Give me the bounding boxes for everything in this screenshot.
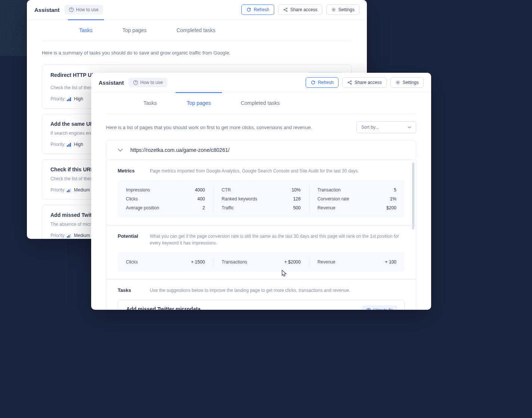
svg-point-21: [350, 81, 352, 82]
summary-text: Here is a list of pages that you should …: [106, 125, 312, 130]
signal-icon: [67, 234, 71, 238]
svg-point-4: [286, 10, 287, 12]
svg-rect-7: [67, 100, 68, 101]
svg-point-5: [333, 9, 334, 10]
metrics-section: Metrics Page metrics imported from Googl…: [106, 160, 416, 225]
svg-point-20: [348, 82, 349, 83]
tab-tasks[interactable]: Tasks: [79, 20, 93, 41]
svg-rect-18: [70, 234, 71, 238]
svg-rect-13: [67, 191, 68, 192]
potential-section: Potential What you can get if the page c…: [106, 225, 416, 280]
tab-completed[interactable]: Completed tasks: [241, 93, 279, 113]
tabs: Tasks Top pages Completed tasks: [106, 93, 416, 114]
potential-box: Clicks+ 1500 Transactions+ $2000 Revenue…: [118, 252, 405, 272]
svg-rect-10: [67, 145, 68, 147]
how-to-use-button[interactable]: How to use: [129, 78, 167, 87]
signal-icon: [67, 143, 71, 147]
tab-top-pages[interactable]: Top pages: [123, 20, 147, 41]
svg-rect-9: [70, 97, 71, 101]
svg-point-2: [284, 9, 285, 10]
svg-point-3: [286, 8, 287, 9]
how-to-fix-button[interactable]: How to fix: [362, 305, 398, 310]
share-icon: [347, 80, 352, 85]
header: Assistant How to use Refresh Share acces…: [27, 0, 367, 20]
app-title: Assistant: [99, 79, 124, 86]
svg-point-22: [350, 83, 352, 84]
summary-text: Here is a summary of tasks you should do…: [42, 50, 352, 56]
task-card[interactable]: How to fix Ignore Add missed Twitter mic…: [118, 300, 405, 310]
top-pages-body: Here is a list of pages that you should …: [91, 114, 431, 310]
potential-desc: What you can get if the page conversion …: [150, 233, 405, 246]
svg-rect-15: [70, 188, 71, 192]
page-url-row[interactable]: https://rozetka.com.ua/game-zone/c80261/: [106, 140, 416, 160]
tasks-section: Tasks Use the suggestions below to impro…: [106, 280, 416, 310]
tab-top-pages[interactable]: Top pages: [187, 93, 211, 113]
refresh-icon: [246, 7, 251, 12]
svg-rect-16: [67, 236, 68, 238]
signal-icon: [67, 97, 71, 101]
metrics-box: Impressions4000 Clicks400 Average positi…: [118, 180, 405, 218]
svg-rect-8: [68, 99, 69, 101]
settings-button[interactable]: Settings: [326, 4, 359, 15]
potential-title: Potential: [118, 233, 139, 239]
refresh-button[interactable]: Refresh: [306, 77, 338, 88]
sort-dropdown[interactable]: Sort by...: [356, 121, 416, 133]
signal-icon: [67, 188, 71, 192]
metrics-title: Metrics: [118, 168, 139, 174]
tabs: Tasks Top pages Completed tasks: [42, 20, 352, 41]
gear-icon: [395, 80, 400, 85]
gear-icon: [331, 7, 336, 12]
svg-rect-17: [68, 235, 69, 238]
task-title: Add missed Twitter microdata: [126, 306, 396, 310]
settings-button[interactable]: Settings: [390, 77, 424, 88]
help-icon: [366, 308, 371, 310]
tab-completed[interactable]: Completed tasks: [176, 20, 215, 41]
share-button[interactable]: Share access: [342, 77, 387, 88]
header: Assistant How to use Refresh Share acces…: [91, 73, 431, 93]
share-button[interactable]: Share access: [278, 4, 322, 15]
svg-point-23: [397, 82, 399, 83]
refresh-icon: [310, 80, 316, 85]
svg-rect-11: [68, 144, 69, 147]
tasks-title: Tasks: [118, 287, 139, 293]
chevron-down-icon[interactable]: [118, 149, 123, 152]
header-actions: Refresh Share access Settings: [306, 77, 424, 88]
share-icon: [283, 7, 288, 12]
scrollbar[interactable]: [412, 162, 414, 230]
page-url: https://rozetka.com.ua/game-zone/c80261/: [130, 147, 229, 153]
how-to-use-button[interactable]: How to use: [64, 5, 103, 15]
help-icon: [133, 80, 138, 85]
app-title: Assistant: [34, 7, 60, 13]
help-icon: [69, 7, 74, 12]
svg-rect-12: [70, 143, 71, 147]
top-pages-panel: Assistant How to use Refresh Share acces…: [91, 73, 431, 310]
tab-tasks[interactable]: Tasks: [143, 93, 157, 113]
metrics-desc: Page metrics imported from Google Analyt…: [150, 168, 359, 174]
tasks-desc: Use the suggestions below to improve the…: [150, 287, 350, 294]
chevron-down-icon: [408, 126, 411, 128]
header-actions: Refresh Share access Settings: [241, 4, 359, 15]
svg-rect-14: [68, 190, 69, 192]
refresh-button[interactable]: Refresh: [241, 4, 274, 15]
